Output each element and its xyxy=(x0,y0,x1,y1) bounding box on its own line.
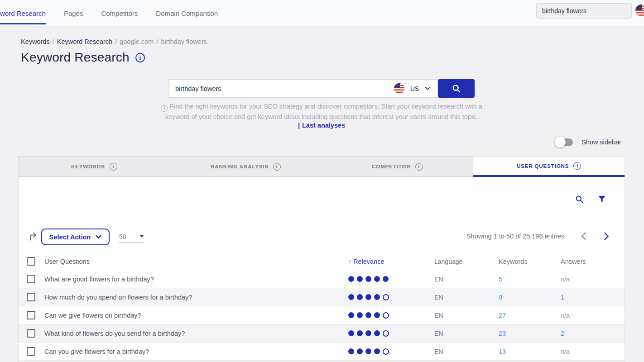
relevance-dot-filled-icon xyxy=(357,330,363,336)
table-row: What kind of flowers do you send for a b… xyxy=(19,324,625,343)
column-header-user-questions[interactable]: User Questions xyxy=(44,258,348,265)
relevance-rating xyxy=(348,348,433,355)
relevance-rating xyxy=(348,330,433,337)
relevance-dot-filled-icon xyxy=(374,330,380,336)
language-value: EN xyxy=(433,330,497,337)
country-code: US xyxy=(410,85,419,92)
tab-label: USER QUESTIONS xyxy=(517,163,569,169)
breadcrumb-item-keywords[interactable]: Keywords xyxy=(21,38,50,45)
breadcrumb-item-google-com[interactable]: google.com xyxy=(120,38,154,45)
breadcrumb-separator: / xyxy=(154,38,160,45)
toggle-knob-icon[interactable] xyxy=(555,137,566,148)
chevron-down-icon xyxy=(425,86,431,90)
table-row: How much do you spend on flowers for a b… xyxy=(19,288,625,306)
row-checkbox[interactable] xyxy=(27,347,35,356)
keywords-count-link[interactable]: 5 xyxy=(499,276,502,283)
us-flag-icon[interactable] xyxy=(635,5,644,16)
relevance-dot-filled-icon xyxy=(357,312,363,318)
export-button[interactable] xyxy=(29,231,38,241)
tab-label: KEYWORDS xyxy=(71,164,105,169)
keywords-count-link[interactable]: 13 xyxy=(499,348,506,355)
relevance-dot-filled-icon xyxy=(348,294,354,300)
country-selector[interactable]: US xyxy=(390,79,438,98)
chevron-left-icon xyxy=(581,232,586,240)
tab-bar: KEYWORDSRANKING ANALYSISCOMPETITORUSER Q… xyxy=(19,157,625,177)
relevance-dot-filled-icon xyxy=(374,348,380,354)
keyword-input[interactable] xyxy=(168,79,390,98)
keywords-count-link[interactable]: 27 xyxy=(499,312,506,319)
chevron-down-icon xyxy=(96,235,101,239)
table-row: Can we give flowers on birthday?EN27n/a xyxy=(19,306,625,324)
column-header-answers[interactable]: Answers xyxy=(559,258,625,265)
column-header-keywords[interactable]: Keywords xyxy=(497,258,559,265)
breadcrumb-separator: / xyxy=(113,38,119,45)
select-action-button[interactable]: Select Action xyxy=(41,229,110,245)
language-value: EN xyxy=(433,294,497,301)
relevance-rating xyxy=(348,294,433,300)
answers-count-link[interactable]: 1 xyxy=(561,294,564,301)
info-icon[interactable] xyxy=(273,163,281,171)
breadcrumb-item-keyword-research[interactable]: Keyword Research xyxy=(57,38,113,45)
row-checkbox[interactable] xyxy=(27,329,35,338)
tab-competitor[interactable]: COMPETITOR xyxy=(322,157,474,177)
table-header: User Questions ↑Relevance Language Keywo… xyxy=(19,253,625,270)
prev-page-button[interactable] xyxy=(581,232,588,240)
search-description: Find the right keywords for your SEO str… xyxy=(154,101,489,122)
keywords-count-link[interactable]: 8 xyxy=(499,294,502,301)
tab-user-questions[interactable]: USER QUESTIONS xyxy=(473,157,625,177)
nav-item-pages[interactable]: Pages xyxy=(64,0,83,26)
relevance-dot-outline-icon xyxy=(383,294,389,300)
export-icon xyxy=(29,231,38,241)
language-value: EN xyxy=(433,312,497,319)
keywords-count-link[interactable]: 23 xyxy=(499,330,506,337)
relevance-dot-filled-icon xyxy=(365,348,371,354)
answers-value: n/a xyxy=(561,312,570,319)
user-question-text: How much do you spend on flowers for a b… xyxy=(44,294,348,301)
tab-keywords[interactable]: KEYWORDS xyxy=(19,157,170,177)
relevance-dot-filled-icon xyxy=(357,348,363,354)
relevance-dot-filled-icon xyxy=(348,330,354,336)
nav-item-domain-comparison[interactable]: Domain Comparison xyxy=(156,0,218,26)
row-checkbox[interactable] xyxy=(27,293,35,301)
show-sidebar-toggle[interactable] xyxy=(556,138,573,146)
results-count: Showing 1 to 50 of 25,196 entries xyxy=(466,233,564,240)
column-header-language[interactable]: Language xyxy=(433,258,497,265)
language-value: EN xyxy=(433,348,497,355)
answers-cell: n/a xyxy=(559,275,625,283)
user-question-text: What are good flowers for a birthday? xyxy=(44,276,348,283)
relevance-dot-filled-icon xyxy=(365,294,371,300)
search-button[interactable] xyxy=(438,79,475,98)
info-icon[interactable] xyxy=(573,162,581,170)
select-action-label: Select Action xyxy=(49,233,91,241)
page-title: Keyword Research xyxy=(21,50,130,65)
info-icon xyxy=(161,105,168,112)
select-all-checkbox[interactable] xyxy=(27,257,35,266)
row-checkbox-cell xyxy=(19,275,44,283)
nav-item-competitors[interactable]: Competitors xyxy=(101,0,138,26)
tab-ranking-analysis[interactable]: RANKING ANALYSIS xyxy=(170,157,322,177)
table-body: What are good flowers for a birthday?EN5… xyxy=(19,270,625,362)
keywords-cell: 23 xyxy=(497,329,559,338)
page-size-select[interactable]: 50 xyxy=(119,230,144,243)
info-icon[interactable] xyxy=(135,53,145,62)
sidebar-toggle-row: Show sidebar xyxy=(556,137,621,148)
answers-count-link[interactable]: 2 xyxy=(561,330,564,337)
row-checkbox[interactable] xyxy=(27,275,35,283)
table-search-icon[interactable] xyxy=(575,195,584,204)
next-page-button[interactable] xyxy=(604,232,611,240)
relevance-dot-filled-icon xyxy=(383,276,389,282)
last-analyses-link[interactable]: Last analyses xyxy=(302,122,345,129)
info-icon[interactable] xyxy=(415,163,423,171)
nav-item-word-research[interactable]: word Research xyxy=(0,0,46,26)
results-panel: KEYWORDSRANKING ANALYSISCOMPETITORUSER Q… xyxy=(18,156,625,362)
tab-label: RANKING ANALYSIS xyxy=(211,164,269,169)
info-icon[interactable] xyxy=(110,163,117,171)
chevron-right-icon xyxy=(604,232,609,240)
relevance-dot-filled-icon xyxy=(374,276,380,282)
row-checkbox[interactable] xyxy=(27,311,35,319)
top-search-input[interactable] xyxy=(536,3,632,19)
column-header-relevance[interactable]: ↑Relevance xyxy=(348,258,433,265)
filter-icon[interactable] xyxy=(597,195,606,204)
user-questions-table: User Questions ↑Relevance Language Keywo… xyxy=(19,253,625,362)
relevance-dot-filled-icon xyxy=(365,276,371,282)
